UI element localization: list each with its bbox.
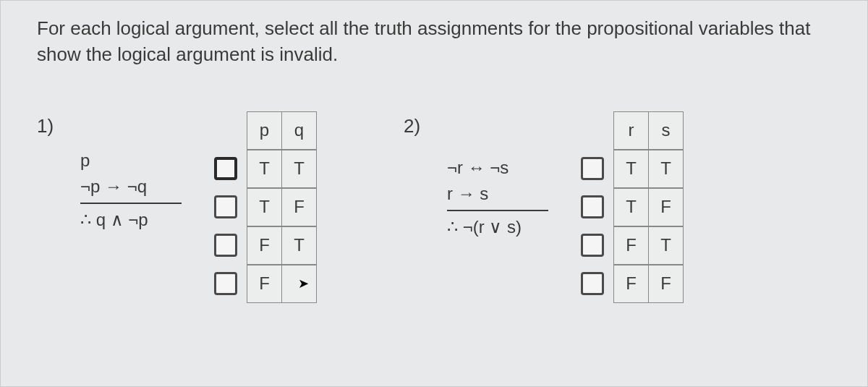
- problem-1: 1) p ¬p → ¬q ∴ q ∧ ¬p p q T T: [37, 111, 317, 303]
- checkbox-p1-row3[interactable]: [214, 234, 237, 257]
- problems-container: 1) p ¬p → ¬q ∴ q ∧ ¬p p q T T: [37, 111, 831, 303]
- problem-1-argument: p ¬p → ¬q ∴ q ∧ ¬p: [80, 148, 182, 233]
- problem-2-number: 2): [404, 115, 433, 137]
- table-header: r: [614, 111, 649, 149]
- conclusion-text: ∴ ¬(r ∨ s): [447, 214, 548, 240]
- table-cell: F: [282, 188, 317, 226]
- table-header: q: [282, 111, 317, 149]
- checkbox-p2-row4[interactable]: [581, 272, 604, 295]
- table-cell: T: [649, 150, 684, 187]
- table-cell: T: [282, 150, 317, 187]
- checkbox-p2-row1[interactable]: [581, 157, 604, 180]
- checkbox-p1-row4[interactable]: [214, 272, 237, 295]
- table-cell: T: [247, 150, 282, 187]
- table-header: p: [247, 111, 282, 149]
- table-cell: F: [247, 226, 282, 264]
- problem-2-table: r s T T T F F: [577, 111, 684, 303]
- problem-1-table: p q T T T F F: [210, 111, 317, 303]
- cursor-icon: ➤: [298, 276, 309, 292]
- table-cell: F: [247, 265, 282, 302]
- premise-text: ¬p → ¬q: [80, 174, 182, 200]
- table-cell: T: [614, 150, 649, 187]
- conclusion-text: ∴ q ∧ ¬p: [80, 207, 182, 233]
- table-cell: F: [649, 188, 684, 226]
- premise-text: ¬r ↔ ¬s: [447, 155, 548, 181]
- argument-divider: [80, 203, 182, 204]
- problem-1-number: 1): [37, 115, 66, 137]
- problem-2: 2) ¬r ↔ ¬s r → s ∴ ¬(r ∨ s) r s T T: [404, 111, 684, 303]
- checkbox-p2-row3[interactable]: [581, 234, 604, 257]
- table-cell: F: [614, 226, 649, 264]
- argument-divider: [447, 210, 548, 211]
- table-cell: T: [282, 226, 317, 264]
- checkbox-p2-row2[interactable]: [581, 195, 604, 218]
- premise-text: r → s: [447, 181, 548, 207]
- problem-2-argument: ¬r ↔ ¬s r → s ∴ ¬(r ∨ s): [447, 155, 548, 240]
- premise-text: p: [80, 148, 182, 174]
- table-cell: T: [649, 226, 684, 264]
- instruction-text: For each logical argument, select all th…: [37, 15, 831, 68]
- table-cell: T: [614, 188, 649, 226]
- table-cell: ➤: [282, 265, 317, 302]
- checkbox-p1-row1[interactable]: [214, 157, 237, 180]
- table-header: s: [649, 111, 684, 149]
- table-cell: F: [649, 265, 684, 302]
- checkbox-p1-row2[interactable]: [214, 195, 237, 218]
- table-cell: T: [247, 188, 282, 226]
- table-cell: F: [614, 265, 649, 302]
